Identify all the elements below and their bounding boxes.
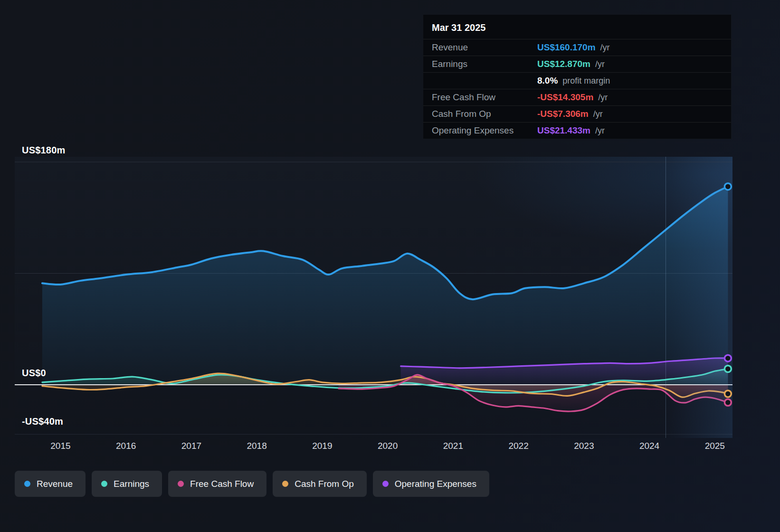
x-tick-2016: 2016 bbox=[116, 441, 136, 451]
x-tick-2017: 2017 bbox=[181, 441, 201, 451]
legend-label: Operating Expenses bbox=[395, 479, 476, 489]
y-axis-label-zero: US$0 bbox=[22, 368, 46, 379]
legend-label: Free Cash Flow bbox=[190, 479, 254, 489]
legend-label: Cash From Op bbox=[295, 479, 354, 489]
x-tick-2025: 2025 bbox=[705, 441, 725, 451]
tooltip-row-label: Cash From Op bbox=[432, 109, 537, 119]
chart-legend: RevenueEarningsFree Cash FlowCash From O… bbox=[15, 471, 489, 497]
legend-item-free-cash-flow[interactable]: Free Cash Flow bbox=[168, 471, 266, 497]
legend-item-revenue[interactable]: Revenue bbox=[15, 471, 86, 497]
plot-area bbox=[15, 157, 732, 438]
x-tick-2020: 2020 bbox=[378, 441, 398, 451]
revenue-endpoint-dot bbox=[724, 183, 731, 190]
free-cash-flow-dot-icon bbox=[178, 481, 184, 487]
x-tick-2023: 2023 bbox=[574, 441, 594, 451]
tooltip-row-value: -US$7.306m /yr bbox=[537, 109, 723, 119]
chart-canvas[interactable] bbox=[15, 157, 732, 438]
revenue-dot-icon bbox=[24, 481, 30, 487]
x-tick-2018: 2018 bbox=[247, 441, 266, 451]
cash-from-op-endpoint-dot bbox=[724, 390, 731, 397]
legend-item-earnings[interactable]: Earnings bbox=[92, 471, 162, 497]
y-axis-label-top: US$180m bbox=[22, 145, 65, 156]
tooltip-row-earnings: EarningsUS$12.870m /yr bbox=[423, 56, 731, 72]
x-tick-2024: 2024 bbox=[639, 441, 659, 451]
earnings-endpoint-dot bbox=[724, 365, 731, 372]
y-axis-label-bottom: -US$40m bbox=[22, 416, 63, 427]
tooltip-row-label: Operating Expenses bbox=[432, 125, 537, 136]
tooltip-row-operating-expenses: Operating ExpensesUS$21.433m /yr bbox=[423, 122, 731, 139]
tooltip-row-value: -US$14.305m /yr bbox=[537, 92, 723, 103]
x-tick-2022: 2022 bbox=[508, 441, 528, 451]
earnings-revenue-chart-page: US$180m US$0 -US$40m 2015201620172018201… bbox=[0, 0, 780, 532]
tooltip-row-label: Revenue bbox=[432, 42, 537, 53]
legend-item-operating-expenses[interactable]: Operating Expenses bbox=[373, 471, 489, 497]
tooltip-row-value: US$12.870m /yr bbox=[537, 59, 723, 69]
earnings-dot-icon bbox=[101, 481, 107, 487]
x-tick-2015: 2015 bbox=[50, 441, 70, 451]
free-cash-flow-endpoint-dot bbox=[724, 399, 731, 406]
chart-tooltip: Mar 31 2025 RevenueUS$160.170m /yrEarnin… bbox=[423, 14, 732, 139]
operating-expenses-dot-icon bbox=[382, 481, 389, 487]
tooltip-row-value: US$160.170m /yr bbox=[537, 42, 723, 53]
legend-label: Revenue bbox=[37, 479, 73, 489]
cash-from-op-dot-icon bbox=[282, 481, 288, 487]
tooltip-row-value: 8.0% profit margin bbox=[537, 76, 723, 86]
x-tick-2019: 2019 bbox=[312, 441, 332, 451]
tooltip-row-profit-margin: 8.0% profit margin bbox=[423, 72, 731, 89]
tooltip-row-label: Free Cash Flow bbox=[432, 92, 537, 103]
revenue-area bbox=[42, 187, 728, 385]
tooltip-row-label: Earnings bbox=[432, 59, 537, 69]
tooltip-rows: RevenueUS$160.170m /yrEarningsUS$12.870m… bbox=[423, 39, 731, 139]
x-axis: 2015201620172018201920202021202220232024… bbox=[15, 441, 732, 454]
legend-label: Earnings bbox=[114, 479, 149, 489]
highlight-band bbox=[666, 157, 732, 438]
operating-expenses-endpoint-dot bbox=[724, 355, 731, 361]
tooltip-row-revenue: RevenueUS$160.170m /yr bbox=[423, 39, 731, 56]
x-tick-2021: 2021 bbox=[443, 441, 463, 451]
tooltip-row-free-cash-flow: Free Cash Flow-US$14.305m /yr bbox=[423, 89, 731, 105]
tooltip-row-value: US$21.433m /yr bbox=[537, 125, 723, 136]
legend-item-cash-from-op[interactable]: Cash From Op bbox=[273, 471, 367, 497]
tooltip-date: Mar 31 2025 bbox=[423, 15, 731, 39]
tooltip-row-cash-from-op: Cash From Op-US$7.306m /yr bbox=[423, 105, 731, 122]
